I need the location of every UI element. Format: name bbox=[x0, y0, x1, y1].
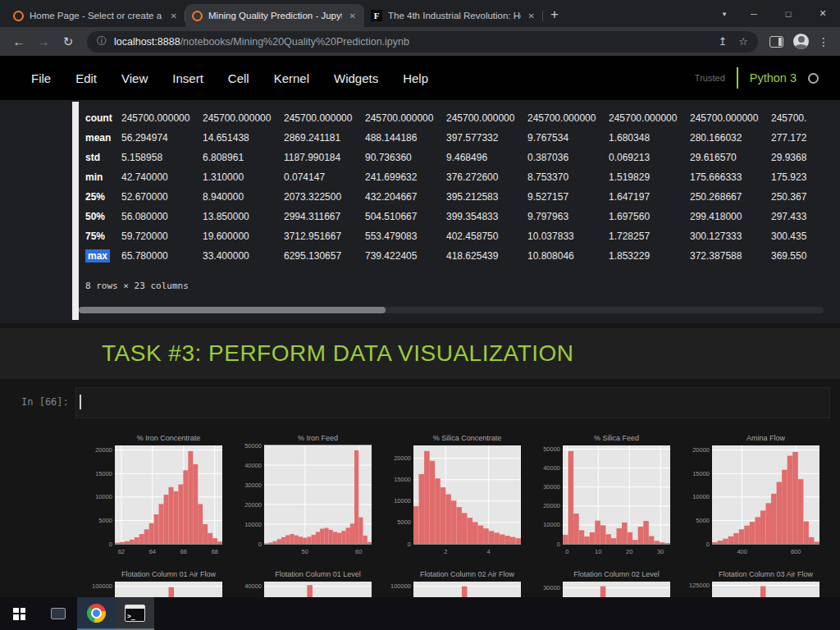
table-cell: 250.268667 bbox=[690, 191, 771, 203]
histogram-subplot: % Silica Feed010000200003000040000500000… bbox=[530, 433, 679, 563]
tab-close-icon[interactable]: ✕ bbox=[527, 11, 536, 21]
site-info-icon[interactable]: ⓘ bbox=[97, 34, 107, 48]
notebook-content: count245700.000000245700.000000245700.00… bbox=[0, 100, 840, 597]
menu-kernel[interactable]: Kernel bbox=[274, 71, 309, 85]
table-cell: 245700.000000 bbox=[284, 112, 365, 124]
menu-view[interactable]: View bbox=[121, 71, 148, 85]
start-button[interactable] bbox=[0, 597, 39, 630]
table-cell: 297.433 bbox=[771, 211, 840, 222]
share-icon[interactable]: ↥ bbox=[718, 35, 727, 48]
horizontal-scrollbar-thumb[interactable] bbox=[79, 307, 386, 313]
histogram-row-2: Flotation Column 01 Air Flow025000500007… bbox=[82, 569, 833, 597]
browser-toolbar: ← → ↻ ⓘ localhost:8888/notebooks/Mining%… bbox=[0, 27, 840, 56]
table-cell: 56.080000 bbox=[121, 211, 203, 222]
code-cell[interactable]: In [66]: bbox=[0, 384, 840, 422]
table-row: 75%59.72000019.6000003712.951667553.4790… bbox=[85, 226, 840, 246]
window-maximize-button[interactable]: □ bbox=[771, 0, 806, 27]
svg-text:15000: 15000 bbox=[394, 476, 411, 483]
histogram-subplot: Flotation Column 02 Air Flow025000500007… bbox=[381, 569, 530, 597]
menu-insert[interactable]: Insert bbox=[172, 71, 203, 85]
svg-text:400: 400 bbox=[737, 548, 747, 555]
table-cell: 90.736360 bbox=[365, 152, 446, 163]
reload-icon[interactable]: ↻ bbox=[57, 34, 79, 49]
histogram-subplot: % Iron Feed01000020000300004000050000506… bbox=[231, 433, 381, 563]
svg-text:40000: 40000 bbox=[543, 464, 560, 472]
tab-close-icon[interactable]: ✕ bbox=[348, 11, 358, 21]
horizontal-scrollbar[interactable] bbox=[79, 307, 824, 313]
menu-file[interactable]: File bbox=[31, 71, 51, 85]
svg-text:0: 0 bbox=[408, 541, 411, 548]
svg-text:30000: 30000 bbox=[543, 483, 560, 491]
tab-search-icon[interactable]: ▾ bbox=[712, 0, 737, 27]
table-cell: 6.808961 bbox=[203, 152, 284, 163]
table-cell: 9.468496 bbox=[446, 152, 527, 163]
browser-tab-article[interactable]: F The 4th Industrial Revolution: Ho ✕ bbox=[364, 4, 543, 27]
menu-cell[interactable]: Cell bbox=[228, 71, 249, 85]
table-cell: 488.144186 bbox=[365, 132, 446, 144]
browser-tab-strip: Home Page - Select or create a n ✕ Minin… bbox=[0, 0, 840, 27]
table-cell: 42.740000 bbox=[121, 171, 203, 183]
table-cell: 432.204667 bbox=[365, 191, 446, 203]
svg-text:30000: 30000 bbox=[543, 584, 560, 591]
taskbar-chrome-button[interactable] bbox=[77, 597, 116, 630]
table-cell: 2073.322500 bbox=[284, 191, 365, 203]
profile-avatar[interactable] bbox=[793, 34, 809, 49]
markdown-cell[interactable]: TASK #3: PERFORM DATA VISUALIZATION bbox=[0, 328, 840, 379]
table-cell: 1.728257 bbox=[609, 231, 690, 242]
new-tab-button[interactable]: + bbox=[543, 4, 566, 25]
row-label: 25% bbox=[85, 191, 121, 203]
table-cell: 739.422405 bbox=[365, 250, 446, 262]
svg-text:10000: 10000 bbox=[692, 493, 710, 500]
table-cell: 3712.951667 bbox=[284, 231, 365, 242]
browser-menu-icon[interactable]: ⋮ bbox=[815, 35, 832, 48]
tab-close-icon[interactable]: ✕ bbox=[169, 11, 179, 21]
svg-text:5000: 5000 bbox=[98, 517, 112, 524]
kernel-idle-icon bbox=[808, 73, 819, 84]
task-heading: TASK #3: PERFORM DATA VISUALIZATION bbox=[102, 340, 574, 367]
jupyter-favicon-icon bbox=[13, 11, 24, 21]
cell-prompt: In [66]: bbox=[21, 396, 69, 408]
taskbar-terminal-button[interactable] bbox=[116, 597, 154, 630]
menu-help[interactable]: Help bbox=[403, 71, 428, 85]
tab-title: Home Page - Select or create a n bbox=[30, 11, 163, 21]
table-cell: 245700.000000 bbox=[365, 112, 446, 124]
table-cell: 9.797963 bbox=[527, 211, 609, 222]
svg-text:% Silica Concentrate: % Silica Concentrate bbox=[433, 434, 502, 442]
back-icon[interactable]: ← bbox=[8, 34, 30, 48]
window-minimize-button[interactable]: ─ bbox=[737, 0, 771, 27]
address-bar[interactable]: ⓘ localhost:8888/notebooks/Mining%20Qual… bbox=[87, 31, 758, 52]
forward-icon[interactable]: → bbox=[33, 34, 54, 48]
code-editor[interactable] bbox=[75, 387, 830, 418]
svg-text:0: 0 bbox=[109, 541, 112, 548]
table-cell: 300.127333 bbox=[690, 231, 771, 242]
row-label: 75% bbox=[85, 231, 121, 242]
output-scrollbar[interactable] bbox=[72, 102, 79, 320]
table-cell: 19.600000 bbox=[203, 231, 284, 242]
svg-text:100000: 100000 bbox=[92, 582, 112, 590]
menu-widgets[interactable]: Widgets bbox=[334, 71, 378, 85]
task-view-icon bbox=[51, 608, 66, 619]
table-cell: 418.625439 bbox=[446, 250, 527, 262]
tab-title: The 4th Industrial Revolution: Ho bbox=[388, 11, 521, 21]
describe-table: count245700.000000245700.000000245700.00… bbox=[85, 108, 840, 266]
table-cell: 245700.000000 bbox=[527, 112, 609, 124]
chrome-icon bbox=[87, 604, 106, 623]
menu-edit[interactable]: Edit bbox=[75, 71, 97, 85]
bookmark-star-icon[interactable]: ☆ bbox=[738, 35, 748, 48]
histogram-subplot: % Iron Concentrate0500010000150002000062… bbox=[82, 433, 231, 563]
svg-text:40000: 40000 bbox=[244, 462, 262, 469]
table-cell: 299.418000 bbox=[690, 211, 771, 222]
svg-text:40000: 40000 bbox=[244, 582, 262, 590]
jupyter-favicon-icon bbox=[192, 11, 203, 21]
svg-text:50: 50 bbox=[302, 548, 308, 555]
side-panel-icon[interactable] bbox=[769, 36, 783, 48]
svg-text:10: 10 bbox=[595, 548, 601, 555]
histogram-subplot: Flotation Column 03 Air Flow025000500007… bbox=[679, 569, 829, 597]
task-view-button[interactable] bbox=[39, 597, 77, 630]
browser-tab-notebook[interactable]: Mining Quality Prediction - Jupyt ✕ bbox=[185, 4, 364, 27]
table-row: 50%56.08000013.8500002994.311667504.5106… bbox=[85, 207, 840, 226]
svg-text:0: 0 bbox=[557, 541, 560, 548]
window-close-button[interactable]: ✕ bbox=[806, 0, 840, 27]
histogram-subplot: Flotation Column 01 Air Flow025000500007… bbox=[82, 569, 231, 597]
browser-tab-home[interactable]: Home Page - Select or create a n ✕ bbox=[7, 4, 185, 27]
